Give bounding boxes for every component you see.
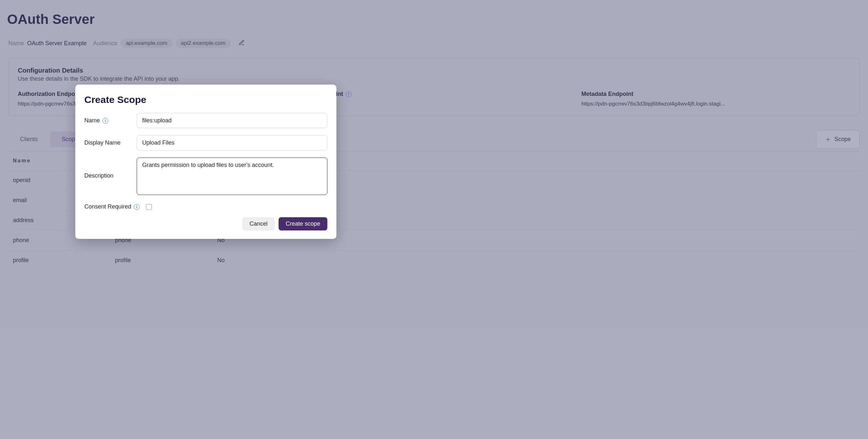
scope-name-input[interactable]	[137, 113, 328, 128]
info-icon[interactable]: i	[134, 204, 140, 210]
create-scope-button[interactable]: Create scope	[279, 217, 328, 231]
create-scope-modal: Create Scope Name i Display Name Descrip…	[75, 85, 336, 239]
display-name-input[interactable]	[137, 135, 328, 150]
display-name-label: Display Name	[84, 139, 137, 146]
modal-title: Create Scope	[84, 94, 328, 105]
description-input[interactable]	[137, 158, 328, 195]
consent-required-checkbox[interactable]	[146, 204, 152, 210]
info-icon[interactable]: i	[102, 118, 108, 124]
description-label: Description	[84, 158, 137, 179]
consent-required-label: Consent Required i	[84, 203, 140, 210]
scope-name-label: Name i	[84, 117, 137, 124]
modal-overlay[interactable]: Create Scope Name i Display Name Descrip…	[0, 0, 868, 439]
cancel-button[interactable]: Cancel	[242, 217, 275, 231]
